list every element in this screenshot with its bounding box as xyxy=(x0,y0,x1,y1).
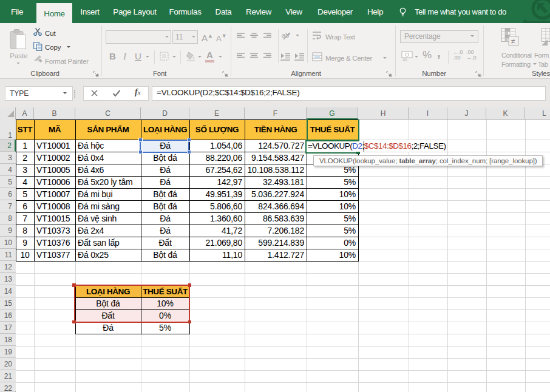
svg-text:≠: ≠ xyxy=(511,37,515,46)
